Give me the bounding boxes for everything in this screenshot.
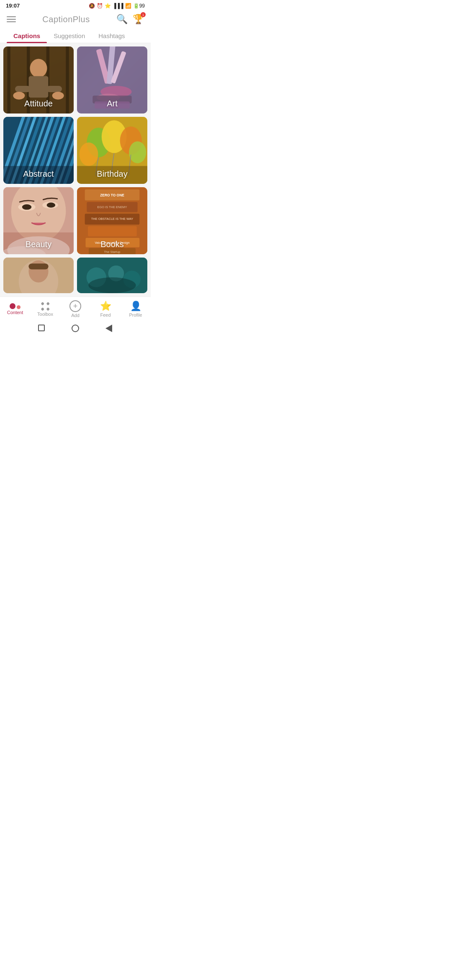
svg-text:THE OBSTACLE IS THE WAY: THE OBSTACLE IS THE WAY	[91, 217, 133, 221]
svg-point-6	[30, 59, 47, 78]
nav-content[interactable]: Content	[4, 303, 26, 315]
category-birthday[interactable]: Birthday	[77, 117, 147, 184]
nav-add-label: Add	[71, 313, 80, 318]
nav-toolbox-label: Toolbox	[37, 312, 53, 317]
bluetooth-icon: ⭐	[105, 3, 111, 9]
square-icon	[38, 325, 45, 331]
category-abstract[interactable]: Abstract	[3, 117, 74, 184]
svg-text:ZERO TO ONE: ZERO TO ONE	[100, 193, 124, 197]
circle-icon	[72, 325, 79, 332]
tab-suggestion[interactable]: Suggestion	[47, 28, 92, 43]
nav-back-button[interactable]	[38, 325, 46, 332]
bottom-nav: Content Toolbox + Add ⭐ Feed 👤 Profile	[0, 297, 151, 320]
nav-feed-label: Feed	[100, 312, 110, 317]
battery-icon: 🔋99	[133, 3, 145, 9]
nav-home-button[interactable]	[72, 325, 79, 332]
wifi-icon: 📶	[125, 3, 131, 9]
category-beauty[interactable]: Beauty	[3, 187, 74, 254]
books-label: Books	[77, 233, 147, 254]
trophy-badge: 1	[141, 12, 146, 17]
attitude-label: Attitude	[3, 92, 74, 113]
content-icon	[10, 303, 21, 309]
svg-point-39	[129, 142, 146, 163]
app-title: CaptionPlus	[42, 15, 90, 24]
feed-icon: ⭐	[100, 301, 111, 312]
svg-point-70	[88, 277, 136, 293]
svg-point-46	[47, 203, 56, 208]
svg-rect-8	[15, 86, 31, 92]
tab-bar: Captions Suggestion Hashtags	[0, 28, 151, 43]
nav-profile[interactable]: 👤 Profile	[125, 301, 146, 317]
category-books[interactable]: ZERO TO ONE EGO IS THE ENEMY THE OBSTACL…	[77, 187, 147, 254]
nav-add[interactable]: + Add	[64, 300, 86, 318]
beauty-label: Beauty	[3, 233, 74, 254]
nav-toolbox[interactable]: Toolbox	[34, 302, 56, 317]
svg-text:EGO IS THE ENEMY: EGO IS THE ENEMY	[97, 205, 127, 209]
svg-point-45	[22, 204, 31, 210]
trophy-button[interactable]: 🏆 1	[133, 14, 144, 25]
abstract-label: Abstract	[3, 162, 74, 184]
profile-icon: 👤	[130, 301, 141, 312]
nav-recent-button[interactable]	[105, 325, 113, 332]
mute-icon: 🔕	[89, 3, 95, 9]
tab-captions[interactable]: Captions	[7, 28, 47, 43]
toolbox-icon	[41, 302, 50, 311]
status-icons: 🔕 ⏰ ⭐ ▐▐▐ 📶 🔋99	[89, 3, 145, 9]
top-bar: CaptionPlus 🔍 🏆 1	[0, 10, 151, 28]
search-button[interactable]: 🔍	[116, 14, 128, 25]
signal-icon: ▐▐▐	[113, 3, 123, 9]
category-grid: Attitude Art	[0, 43, 151, 297]
status-bar: 19:07 🔕 ⏰ ⭐ ▐▐▐ 📶 🔋99	[0, 0, 151, 10]
status-time: 19:07	[6, 3, 20, 9]
nav-profile-label: Profile	[129, 312, 142, 317]
art-label: Art	[77, 92, 147, 113]
triangle-icon	[105, 325, 112, 332]
svg-rect-9	[46, 86, 62, 92]
menu-button[interactable]	[7, 16, 16, 22]
system-nav-bar	[0, 320, 151, 338]
category-partial-2[interactable]	[77, 258, 147, 293]
tab-hashtags[interactable]: Hashtags	[92, 28, 131, 43]
birthday-label: Birthday	[77, 162, 147, 184]
add-icon: +	[69, 300, 81, 312]
category-art[interactable]: Art	[77, 46, 147, 113]
nav-content-label: Content	[7, 310, 23, 315]
svg-rect-65	[28, 263, 48, 269]
top-bar-actions: 🔍 🏆 1	[116, 14, 144, 25]
nav-feed[interactable]: ⭐ Feed	[95, 301, 116, 317]
alarm-icon: ⏰	[97, 3, 103, 9]
category-attitude[interactable]: Attitude	[3, 46, 74, 113]
category-partial-1[interactable]	[3, 258, 74, 293]
